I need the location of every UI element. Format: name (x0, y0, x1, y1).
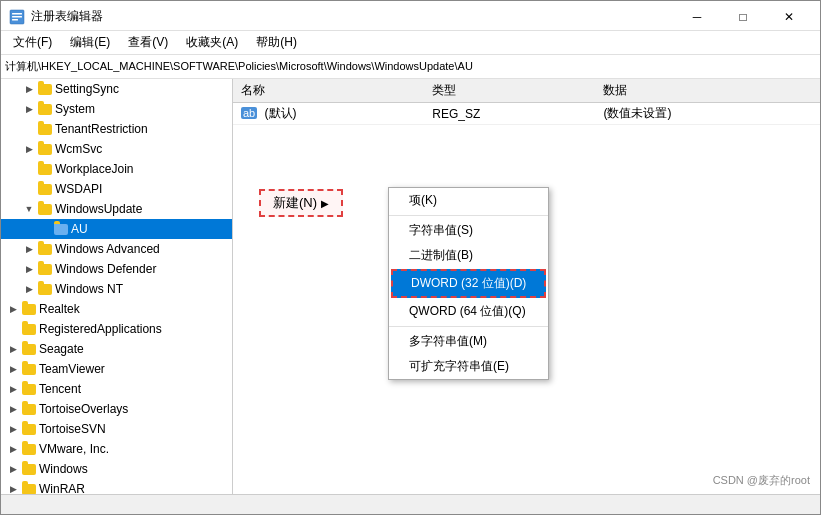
expand-tencent[interactable]: ▶ (5, 381, 21, 397)
registry-icon (9, 9, 25, 25)
maximize-button[interactable]: □ (720, 5, 766, 29)
folder-icon-realtek (21, 302, 37, 316)
tree-item-settingsync[interactable]: ▶ SettingSync (1, 79, 232, 99)
folder-icon-teamviewer (21, 362, 37, 376)
col-name[interactable]: 名称 (233, 79, 424, 103)
tree-item-seagate[interactable]: ▶ Seagate (1, 339, 232, 359)
expand-au[interactable]: ▶ (37, 221, 53, 237)
menu-item-dword[interactable]: DWORD (32 位值)(D) (391, 269, 546, 298)
folder-icon-tencent (21, 382, 37, 396)
tree-item-vmware[interactable]: ▶ VMware, Inc. (1, 439, 232, 459)
folder-icon-winrar (21, 482, 37, 494)
new-button[interactable]: 新建(N) ▶ (259, 189, 343, 217)
expand-vmware[interactable]: ▶ (5, 441, 21, 457)
expand-winrar[interactable]: ▶ (5, 481, 21, 494)
reg-type: REG_SZ (424, 103, 595, 125)
ab-icon: ab (241, 107, 257, 119)
menu-item-multistring-label: 多字符串值(M) (409, 333, 487, 350)
menu-item-expandstring[interactable]: 可扩充字符串值(E) (389, 354, 548, 379)
expand-windowsadvanced[interactable]: ▶ (21, 241, 37, 257)
tree-label-windows: Windows (39, 462, 88, 476)
folder-icon-tortoisesvn (21, 422, 37, 436)
tree-item-tortoisesvn[interactable]: ▶ TortoiseSVN (1, 419, 232, 439)
expand-registeredapps[interactable]: ▶ (5, 321, 21, 337)
tree-item-workplacejoin[interactable]: ▶ WorkplaceJoin (1, 159, 232, 179)
tree-item-winrar[interactable]: ▶ WinRAR (1, 479, 232, 494)
tree-item-registeredapps[interactable]: ▶ RegisteredApplications (1, 319, 232, 339)
close-button[interactable]: ✕ (766, 5, 812, 29)
menu-item-qword[interactable]: QWORD (64 位值)(Q) (389, 299, 548, 324)
folder-icon-windowsadvanced (37, 242, 53, 256)
expand-tenantrestriction[interactable]: ▶ (21, 121, 37, 137)
tree-item-tortoiseoverlays[interactable]: ▶ TortoiseOverlays (1, 399, 232, 419)
expand-windowsnt[interactable]: ▶ (21, 281, 37, 297)
col-type[interactable]: 类型 (424, 79, 595, 103)
menu-item-multistring[interactable]: 多字符串值(M) (389, 329, 548, 354)
watermark-text: CSDN @废弃的root (713, 474, 810, 486)
tree-label-teamviewer: TeamViewer (39, 362, 105, 376)
menu-item-key[interactable]: 项(K) (389, 188, 548, 213)
svg-rect-3 (12, 19, 18, 21)
tree-panel[interactable]: ▶ SettingSync ▶ System ▶ TenantRestricti… (1, 79, 233, 494)
menu-item-binary[interactable]: 二进制值(B) (389, 243, 548, 268)
folder-icon-system (37, 102, 53, 116)
tree-label-vmware: VMware, Inc. (39, 442, 109, 456)
tree-item-teamviewer[interactable]: ▶ TeamViewer (1, 359, 232, 379)
svg-rect-2 (12, 16, 22, 18)
expand-wcmsvc[interactable]: ▶ (21, 141, 37, 157)
menu-favorites[interactable]: 收藏夹(A) (178, 32, 246, 53)
folder-icon-windowsdefender (37, 262, 53, 276)
tree-item-windows[interactable]: ▶ Windows (1, 459, 232, 479)
folder-icon-workplacejoin (37, 162, 53, 176)
tree-label-settingsync: SettingSync (55, 82, 119, 96)
menu-separator-1 (389, 215, 548, 216)
tree-label-au: AU (71, 222, 88, 236)
expand-teamviewer[interactable]: ▶ (5, 361, 21, 377)
expand-tortoiseoverlays[interactable]: ▶ (5, 401, 21, 417)
tree-item-windowsnt[interactable]: ▶ Windows NT (1, 279, 232, 299)
expand-workplacejoin[interactable]: ▶ (21, 161, 37, 177)
tree-item-tenantrestriction[interactable]: ▶ TenantRestriction (1, 119, 232, 139)
table-row[interactable]: ab (默认) REG_SZ (数值未设置) (233, 103, 820, 125)
right-panel[interactable]: 名称 类型 数据 ab (默认) REG_SZ (数值未设置) (233, 79, 820, 494)
expand-tortoisesvn[interactable]: ▶ (5, 421, 21, 437)
expand-windowsdefender[interactable]: ▶ (21, 261, 37, 277)
menu-help[interactable]: 帮助(H) (248, 32, 305, 53)
expand-settingsync[interactable]: ▶ (21, 81, 37, 97)
menu-item-string[interactable]: 字符串值(S) (389, 218, 548, 243)
context-menu[interactable]: 项(K) 字符串值(S) 二进制值(B) DWORD (32 位值)(D) QW… (388, 187, 549, 380)
menu-item-qword-label: QWORD (64 位值)(Q) (409, 303, 526, 320)
minimize-button[interactable]: ─ (674, 5, 720, 29)
main-window: 注册表编辑器 ─ □ ✕ 文件(F) 编辑(E) 查看(V) 收藏夹(A) 帮助… (0, 0, 821, 515)
folder-icon-wcmsvc (37, 142, 53, 156)
context-menu-overlay[interactable]: 新建(N) ▶ 项(K) 字符串值(S) 二进制值(B) (233, 79, 820, 494)
menu-bar: 文件(F) 编辑(E) 查看(V) 收藏夹(A) 帮助(H) (1, 31, 820, 55)
tree-label-wcmsvc: WcmSvc (55, 142, 102, 156)
expand-realtek[interactable]: ▶ (5, 301, 21, 317)
address-bar: 计算机\HKEY_LOCAL_MACHINE\SOFTWARE\Policies… (1, 55, 820, 79)
menu-separator-2 (389, 326, 548, 327)
expand-wsdapi[interactable]: ▶ (21, 181, 37, 197)
tree-label-wsdapi: WSDAPI (55, 182, 102, 196)
tree-item-windowsadvanced[interactable]: ▶ Windows Advanced (1, 239, 232, 259)
tree-item-system[interactable]: ▶ System (1, 99, 232, 119)
expand-system[interactable]: ▶ (21, 101, 37, 117)
tree-item-wsdapi[interactable]: ▶ WSDAPI (1, 179, 232, 199)
folder-icon-seagate (21, 342, 37, 356)
expand-windows[interactable]: ▶ (5, 461, 21, 477)
tree-item-wcmsvc[interactable]: ▶ WcmSvc (1, 139, 232, 159)
tree-item-realtek[interactable]: ▶ Realtek (1, 299, 232, 319)
menu-view[interactable]: 查看(V) (120, 32, 176, 53)
tree-item-windowsdefender[interactable]: ▶ Windows Defender (1, 259, 232, 279)
tree-item-windowsupdate[interactable]: ▼ WindowsUpdate (1, 199, 232, 219)
window-title: 注册表编辑器 (31, 8, 103, 25)
menu-file[interactable]: 文件(F) (5, 32, 60, 53)
tree-item-au[interactable]: ▶ AU (1, 219, 232, 239)
folder-icon-windowsnt (37, 282, 53, 296)
expand-seagate[interactable]: ▶ (5, 341, 21, 357)
tree-label-realtek: Realtek (39, 302, 80, 316)
col-data[interactable]: 数据 (595, 79, 820, 103)
tree-item-tencent[interactable]: ▶ Tencent (1, 379, 232, 399)
menu-edit[interactable]: 编辑(E) (62, 32, 118, 53)
expand-windowsupdate[interactable]: ▼ (21, 201, 37, 217)
